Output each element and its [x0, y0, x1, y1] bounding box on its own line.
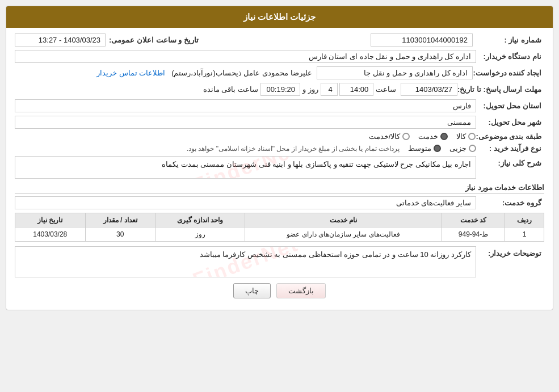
cell-tarikh: 1403/03/28 — [15, 227, 86, 242]
mohlat-remaining: 00:19:20 — [260, 83, 300, 96]
cell-radif: 1 — [505, 227, 544, 242]
services-table: ردیف کد خدمت نام خدمت واحد اندازه گیری ت… — [15, 213, 544, 242]
sharh-label: شرح کلی نیاز: — [476, 156, 544, 167]
tabaqe-kala-label: کالا — [456, 132, 466, 141]
nam-dastgah-label: نام دستگاه خریدار: — [476, 52, 544, 61]
tabaqe-khedmat-radio — [440, 133, 448, 140]
sharh-value: اجاره بیل مکانیکی جرح لاستیکی جهت تنقیه … — [162, 160, 471, 168]
mohlat-remaining-label: ساعت باقی مانده — [201, 85, 260, 94]
nam-dastgah-value: اداره کل راهداری و حمل و نقل جاده ای است… — [15, 50, 476, 63]
col-radif: ردیف — [505, 213, 544, 227]
mohlat-label: مهلت ارسال پاسخ: تا تاریخ: — [457, 85, 544, 94]
cell-nam: فعالیت‌های سایر سازمان‌های دارای عضو — [245, 227, 442, 242]
tosihaat-value: کارکرد روزانه 10 ساعت و در تمامی حوزه اس… — [200, 250, 471, 259]
noe-farayand-label: نوع فرآیند خرید : — [476, 144, 544, 153]
ijad-konande-value: علیرضا محمودی عامل ذیحساب(نورآباد،رستم) — [171, 69, 312, 77]
tosihaat-label: توضیحات خریدار: — [476, 246, 544, 258]
services-title: اطلاعات خدمات مورد نیاز — [15, 183, 544, 194]
gerohe-khedmat-value: سایر فعالیت‌های خدماتی — [15, 196, 476, 209]
tabaqe-kala-khedmat-option[interactable]: کالا/خدمت — [369, 132, 410, 141]
ijad-konande-label: ایجاد کننده درخواست: — [473, 69, 544, 77]
mohlat-date: 1403/03/27 — [401, 83, 457, 96]
col-kod: کد خدمت — [442, 213, 505, 227]
mohlat-time-label: ساعت — [373, 85, 398, 94]
cell-vahed: روز — [155, 227, 245, 242]
tabaqe-kala-radio — [468, 133, 476, 140]
table-row: 1 ط-94-949 فعالیت‌های سایر سازمان‌های دا… — [15, 227, 544, 242]
print-button[interactable]: چاپ — [233, 283, 271, 298]
page-title: جزئیات اطلاعات نیاز — [6, 6, 553, 28]
gerohe-khedmat-label: گروه خدمت: — [476, 199, 544, 207]
contact-link[interactable]: اطلاعات تماس خریدار — [96, 69, 165, 77]
shomare-niaz-value: 1103001044000192 — [371, 33, 473, 47]
tabaqe-kala-khedmat-radio — [402, 133, 410, 140]
shahr-value: ممسنی — [15, 116, 476, 129]
noe-jozii-option[interactable]: جزیی — [449, 144, 476, 153]
noe-jozii-label: جزیی — [449, 144, 466, 153]
tarikh-value: 1403/03/23 - 13:27 — [15, 33, 106, 47]
button-row: بازگشت چاپ — [15, 283, 544, 304]
cell-tedaad: 30 — [85, 227, 155, 242]
cell-kod: ط-94-949 — [442, 227, 505, 242]
noe-motovasset-option[interactable]: متوسط — [408, 144, 441, 153]
shomare-niaz-label: شماره نیاز : — [476, 36, 544, 44]
noe-description: پرداخت تمام یا بخشی از مبلغ خریدار از مح… — [187, 145, 400, 153]
ijad-konande-org: اداره کل راهداری و حمل و نقل جا — [317, 66, 473, 79]
col-tarikh: تاریخ نیاز — [15, 213, 86, 227]
mohlat-time: 14:00 — [339, 83, 373, 96]
tarikh-label: تاریخ و ساعت اعلان عمومی: — [109, 36, 201, 44]
noe-jozii-radio — [469, 145, 476, 152]
tabaqe-khedmat-option[interactable]: خدمت — [418, 132, 448, 141]
tabaqe-khedmat-label: خدمت — [418, 132, 438, 141]
noe-motovasset-label: متوسط — [408, 144, 431, 153]
mohlat-rooz-label: روز و — [300, 85, 321, 94]
col-vahed: واحد اندازه گیری — [155, 213, 245, 227]
tabaqe-kala-option[interactable]: کالا — [456, 132, 476, 141]
col-nam: نام خدمت — [245, 213, 442, 227]
shahr-label: شهر محل تحویل: — [476, 118, 544, 127]
tabaqe-label: طبقه بندی موضوعی: — [476, 132, 544, 141]
tabaqe-kala-khedmat-label: کالا/خدمت — [369, 132, 401, 141]
back-button[interactable]: بازگشت — [276, 283, 326, 298]
ostan-value: فارس — [15, 99, 476, 112]
ostan-label: استان محل تحویل: — [476, 102, 544, 110]
col-tedaad: تعداد / مقدار — [85, 213, 155, 227]
noe-motovasset-radio — [434, 145, 441, 152]
mohlat-rooz: 4 — [321, 83, 338, 96]
